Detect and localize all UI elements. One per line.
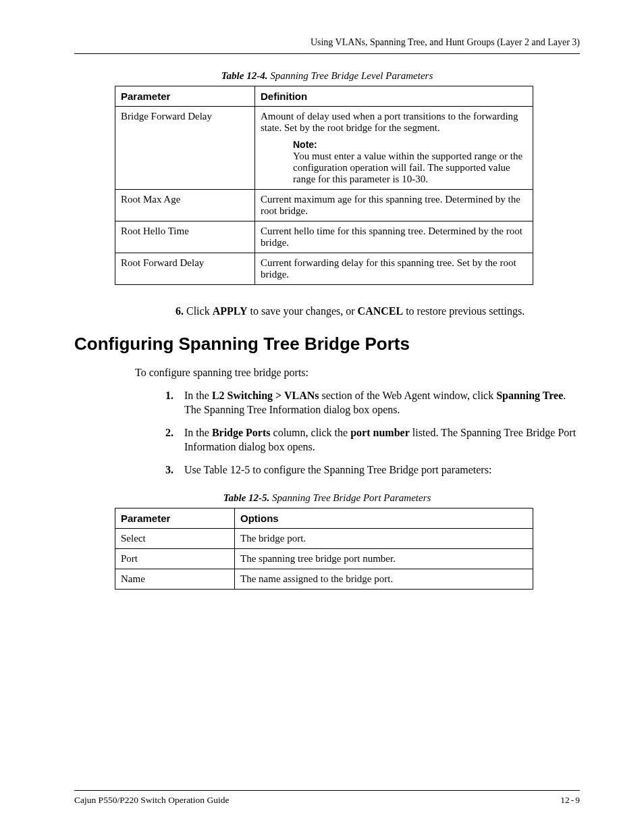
param-cell: Port: [115, 548, 235, 569]
footer-chapter: 12: [560, 795, 570, 805]
col-parameter: Parameter: [115, 86, 255, 107]
footer-page: 9: [575, 795, 580, 805]
step-text: to save your changes, or: [248, 305, 358, 317]
param-cell: Root Hello Time: [115, 221, 255, 253]
opt-cell: The bridge port.: [235, 528, 533, 548]
step-6: 6. Click APPLY to save your changes, or …: [176, 304, 580, 319]
cancel-label: CANCEL: [358, 305, 404, 317]
step-text: In the: [184, 427, 212, 438]
procedure-list: 1. In the L2 Switching > VLANs section o…: [165, 388, 580, 477]
header-rule: [74, 53, 580, 54]
param-cell: Root Forward Delay: [115, 253, 255, 285]
def-cell: Current hello time for this spanning tre…: [255, 221, 533, 253]
intro-paragraph: To configure spanning tree bridge ports:: [135, 367, 580, 379]
col-parameter: Parameter: [115, 508, 235, 528]
param-cell: Name: [115, 569, 235, 589]
menu-path: L2 Switching > VLANs: [212, 390, 319, 401]
table-header-row: Parameter Options: [115, 508, 533, 528]
table-row: Name The name assigned to the bridge por…: [115, 569, 533, 589]
def-cell: Current maximum age for this spanning tr…: [255, 190, 533, 221]
step-text: column, click the: [271, 427, 351, 438]
list-item: 2. In the Bridge Ports column, click the…: [165, 425, 580, 454]
col-definition: Definition: [255, 86, 533, 107]
step-text: Click: [186, 305, 213, 317]
table-row: Select The bridge port.: [115, 528, 533, 548]
opt-cell: The name assigned to the bridge port.: [235, 569, 533, 589]
table-12-4-caption: Table 12-4. Spanning Tree Bridge Level P…: [74, 70, 580, 82]
step-text: section of the Web Agent window, click: [319, 390, 497, 401]
footer-dash: -: [571, 795, 574, 805]
table-row: Port The spanning tree bridge port numbe…: [115, 548, 533, 569]
step-number: 1.: [165, 388, 173, 403]
table-header-row: Parameter Definition: [115, 86, 533, 107]
note-text: You must enter a value within the suppor…: [293, 151, 527, 185]
def-cell: Amount of delay used when a port transit…: [255, 107, 533, 190]
section-heading: Configuring Spanning Tree Bridge Ports: [74, 334, 580, 355]
table-12-4: Parameter Definition Bridge Forward Dela…: [115, 86, 533, 285]
list-item: 3. Use Table 12-5 to configure the Spann…: [165, 463, 580, 477]
step-text: to restore previous settings.: [403, 305, 525, 317]
table-12-5-caption: Table 12-5. Spanning Tree Bridge Port Pa…: [74, 492, 580, 504]
table-caption-label: Table 12-5.: [223, 492, 270, 503]
table-12-5: Parameter Options Select The bridge port…: [115, 508, 533, 590]
step-text: Use Table 12-5 to configure the Spanning…: [184, 464, 491, 475]
param-cell: Select: [115, 528, 235, 548]
step-text: In the: [184, 390, 212, 401]
menu-item: Spanning Tree: [496, 390, 563, 401]
column-name: Bridge Ports: [212, 427, 271, 438]
running-header: Using VLANs, Spanning Tree, and Hunt Gro…: [74, 37, 580, 48]
table-caption-title: Spanning Tree Bridge Level Parameters: [270, 70, 433, 81]
list-item: 1. In the L2 Switching > VLANs section o…: [165, 388, 580, 417]
col-options: Options: [235, 508, 533, 528]
table-row: Root Hello Time Current hello time for t…: [115, 221, 533, 253]
note-label: Note:: [293, 139, 317, 150]
def-cell: Current forwarding delay for this spanni…: [255, 253, 533, 285]
table-row: Root Max Age Current maximum age for thi…: [115, 190, 533, 221]
footer-row: Cajun P550/P220 Switch Operation Guide 1…: [74, 795, 580, 806]
footer-left: Cajun P550/P220 Switch Operation Guide: [74, 795, 230, 806]
table-row: Root Forward Delay Current forwarding de…: [115, 253, 533, 285]
link-name: port number: [350, 427, 410, 438]
step-number: 3.: [165, 463, 173, 477]
footer-right: 12-9: [560, 795, 580, 806]
table-caption-title: Spanning Tree Bridge Port Parameters: [272, 492, 431, 503]
step-number: 6.: [176, 305, 184, 317]
table-caption-label: Table 12-4.: [221, 70, 268, 81]
footer-rule: [74, 790, 580, 791]
param-cell: Bridge Forward Delay: [115, 107, 255, 190]
opt-cell: The spanning tree bridge port number.: [235, 548, 533, 569]
step-number: 2.: [165, 425, 173, 440]
param-cell: Root Max Age: [115, 190, 255, 221]
def-text: Amount of delay used when a port transit…: [261, 111, 518, 133]
note-block: Note: You must enter a value within the …: [293, 139, 527, 185]
page: Using VLANs, Spanning Tree, and Hunt Gro…: [0, 0, 644, 834]
apply-label: APPLY: [213, 305, 248, 317]
page-footer: Cajun P550/P220 Switch Operation Guide 1…: [74, 790, 580, 806]
table-row: Bridge Forward Delay Amount of delay use…: [115, 107, 533, 190]
